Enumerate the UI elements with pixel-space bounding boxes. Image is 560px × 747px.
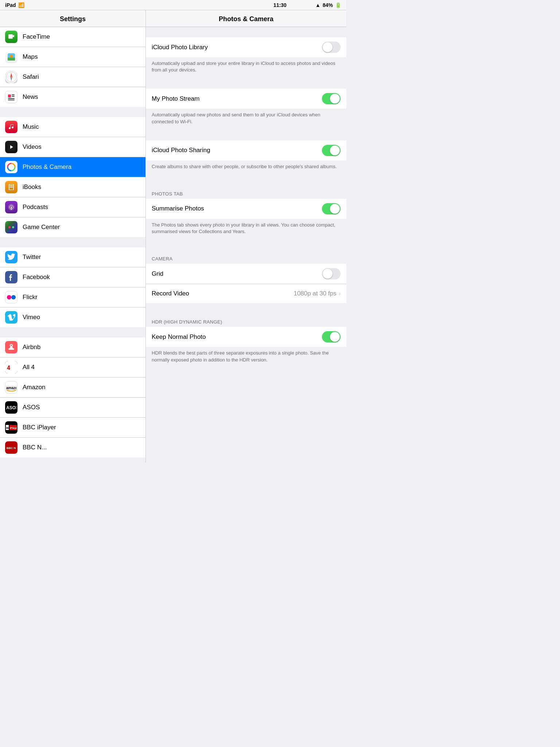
all4-icon: 4 <box>5 361 18 374</box>
news-icon <box>5 91 18 103</box>
spacer-5 <box>146 240 346 250</box>
group-sep-2 <box>0 237 145 247</box>
grid-toggle[interactable] <box>322 268 341 279</box>
keep-normal-photo-label: Keep Normal Photo <box>152 333 206 341</box>
keep-normal-photo-row: Keep Normal Photo <box>146 327 346 347</box>
camera-section-label: CAMERA <box>146 250 346 264</box>
gamecenter-icon <box>5 221 18 233</box>
sidebar-item-music[interactable]: Music <box>0 117 145 137</box>
vimeo-icon <box>5 311 18 324</box>
sidebar-header: Settings <box>0 10 145 27</box>
sidebar-item-news[interactable]: News <box>0 87 145 107</box>
svg-text:ASOS: ASOS <box>6 405 16 410</box>
svg-text:amazon: amazon <box>6 386 16 390</box>
record-video-label: Record Video <box>152 290 189 297</box>
sidebar-group-2: Music Videos Photos & <box>0 117 145 237</box>
sidebar-item-photos[interactable]: Photos & Camera <box>0 157 145 177</box>
safari-icon <box>5 71 18 83</box>
sidebar-item-asos[interactable]: ASOS ASOS <box>0 398 145 418</box>
svg-text:BBC N: BBC N <box>7 446 16 450</box>
svg-text:iPlayer: iPlayer <box>10 427 17 430</box>
photos-icon <box>5 161 18 173</box>
sidebar-item-videos[interactable]: Videos <box>0 137 145 157</box>
photo-stream-desc: Automatically upload new photos and send… <box>146 109 346 130</box>
icloud-photo-library-toggle[interactable] <box>322 42 341 53</box>
sidebar-item-podcasts[interactable]: Podcasts <box>0 197 145 217</box>
gamecenter-label: Game Center <box>23 224 60 231</box>
record-video-current: 1080p at 30 fps <box>293 290 336 297</box>
toggle-knob <box>323 269 332 279</box>
sidebar-item-facebook[interactable]: Facebook <box>0 267 145 287</box>
sidebar-item-vimeo[interactable]: Vimeo <box>0 307 145 327</box>
svg-point-23 <box>12 226 14 228</box>
status-left: iPad 📶 <box>5 2 24 8</box>
photo-stream-group: My Photo Stream <box>146 89 346 109</box>
toggle-knob <box>330 94 340 104</box>
icloud-photo-library-row: iCloud Photo Library <box>146 37 346 57</box>
svg-rect-12 <box>8 100 15 100</box>
facetime-label: FaceTime <box>23 33 50 40</box>
sidebar-item-twitter[interactable]: Twitter <box>0 247 145 267</box>
status-right: ▲ 84% 🔋 <box>315 2 341 8</box>
photo-stream-label: My Photo Stream <box>152 95 199 102</box>
spacer-1 <box>146 27 346 37</box>
icloud-sharing-toggle[interactable] <box>322 145 341 156</box>
grid-row: Grid <box>146 264 346 284</box>
bbc-label: BBC iPlayer <box>23 424 56 431</box>
sidebar-item-ibooks[interactable]: iBooks <box>0 177 145 197</box>
keep-normal-photo-toggle[interactable] <box>322 331 341 342</box>
flickr-label: Flickr <box>23 294 38 301</box>
hdr-group: Keep Normal Photo <box>146 327 346 347</box>
icloud-photo-library-desc: Automatically upload and store your enti… <box>146 57 346 78</box>
asos-label: ASOS <box>23 404 40 411</box>
camera-group: Grid Record Video 1080p at 30 fps › <box>146 264 346 303</box>
battery-icon: 🔋 <box>335 2 341 8</box>
videos-icon <box>5 141 18 153</box>
sidebar-item-airbnb[interactable]: Airbnb <box>0 337 145 357</box>
summarise-photos-toggle[interactable] <box>322 203 341 214</box>
svg-rect-17 <box>10 187 13 187</box>
record-video-row[interactable]: Record Video 1080p at 30 fps › <box>146 284 346 303</box>
sidebar-item-facetime[interactable]: FaceTime <box>0 27 145 47</box>
bbcn-label: BBC N... <box>23 444 47 451</box>
sidebar-item-amazon[interactable]: amazon Amazon <box>0 378 145 398</box>
summarise-photos-row: Summarise Photos <box>146 199 346 219</box>
sidebar-item-maps[interactable]: Maps <box>0 47 145 67</box>
status-time: 11:30 <box>273 2 287 8</box>
toggle-knob <box>330 146 340 155</box>
spacer-6 <box>146 303 346 313</box>
sidebar-item-flickr[interactable]: Flickr <box>0 287 145 307</box>
music-label: Music <box>23 123 39 131</box>
status-bar: iPad 📶 11:30 ▲ 84% 🔋 <box>0 0 346 10</box>
facebook-label: Facebook <box>23 274 50 281</box>
amazon-icon: amazon <box>5 381 18 394</box>
airbnb-label: Airbnb <box>23 344 40 351</box>
sidebar: Settings FaceTime Maps Safari <box>0 10 146 462</box>
sidebar-item-safari[interactable]: Safari <box>0 67 145 87</box>
record-video-chevron: › <box>339 290 341 297</box>
photos-label: Photos & Camera <box>23 163 71 171</box>
sidebar-item-all4[interactable]: 4 All 4 <box>0 357 145 378</box>
battery-percent: 84% <box>323 2 333 8</box>
sidebar-item-bbc[interactable]: BBCiPlayer BBC iPlayer <box>0 418 145 438</box>
location-icon: ▲ <box>315 2 320 8</box>
all4-label: All 4 <box>23 364 35 371</box>
photo-stream-toggle[interactable] <box>322 93 341 104</box>
icloud-sharing-row: iCloud Photo Sharing <box>146 140 346 160</box>
airbnb-icon <box>5 341 18 353</box>
wifi-icon: 📶 <box>18 2 24 8</box>
svg-rect-11 <box>8 98 15 99</box>
spacer-bottom <box>146 368 346 383</box>
sidebar-item-gamecenter[interactable]: Game Center <box>0 217 145 237</box>
group-sep-1 <box>0 107 145 117</box>
svg-rect-10 <box>12 96 15 97</box>
twitter-label: Twitter <box>23 253 41 261</box>
photo-stream-row: My Photo Stream <box>146 89 346 109</box>
ibooks-label: iBooks <box>23 183 41 191</box>
bbcn-icon: BBC N <box>5 441 18 454</box>
sidebar-item-bbcn[interactable]: BBC N BBC N... <box>0 438 145 457</box>
asos-icon: ASOS <box>5 401 18 414</box>
facebook-icon <box>5 271 18 283</box>
sidebar-group-1: FaceTime Maps Safari News <box>0 27 145 107</box>
icloud-sharing-desc: Create albums to share with other people… <box>146 160 346 175</box>
